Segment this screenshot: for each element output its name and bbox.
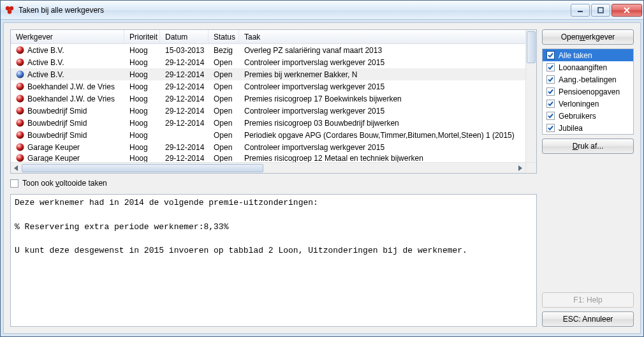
- vertical-scrollbar[interactable]: [525, 30, 536, 162]
- svg-point-2: [8, 10, 11, 13]
- app-window: Taken bij alle werkgevers Werkgever Prio…: [0, 0, 644, 337]
- cell-werkgever: Boekhandel J.W. de Vries: [27, 82, 115, 91]
- filter-checkbox[interactable]: [546, 51, 555, 59]
- cell-taak: Controleer importverslag werkgever 2015: [239, 107, 536, 116]
- table-row[interactable]: Bouwbedrijf SmidHoog29-12-2014OpenPremie…: [11, 117, 536, 129]
- client-area: Werkgever Prioriteit Datum Status Taak A…: [3, 22, 641, 334]
- open-u: w: [580, 33, 585, 41]
- filter-label: Pensioenopgaven: [559, 87, 620, 96]
- cell-datum: 29-12-2014: [160, 119, 209, 128]
- filter-item[interactable]: Aang.-betalingen: [543, 73, 633, 86]
- spacer: [542, 158, 634, 288]
- hscroll-track[interactable]: [22, 163, 515, 173]
- hscroll-right-arrow[interactable]: [515, 163, 525, 173]
- filter-item[interactable]: Alle taken: [543, 49, 633, 61]
- table-row[interactable]: Boekhandel J.W. de VriesHoog29-12-2014Op…: [11, 93, 536, 105]
- col-taak[interactable]: Taak: [239, 30, 536, 43]
- cell-status: Open: [209, 58, 239, 67]
- priority-orb-icon: [16, 119, 24, 127]
- cell-datum: 29-12-2014: [160, 58, 209, 67]
- filter-item[interactable]: Jubilea: [543, 122, 633, 134]
- right-column: Open werkgever Alle takenLoonaangiftenAa…: [542, 29, 634, 327]
- cell-prioriteit: Hoog: [124, 154, 160, 163]
- table-row[interactable]: Active B.V.Hoog29-12-2014OpenPremies bij…: [11, 68, 536, 80]
- print-u: D: [573, 142, 578, 151]
- help-button[interactable]: F1: Help: [542, 292, 634, 308]
- print-button[interactable]: Druk af...: [542, 139, 634, 154]
- col-prioriteit[interactable]: Prioriteit: [124, 30, 160, 43]
- cell-prioriteit: Hoog: [124, 58, 160, 67]
- cell-datum: 15-03-2013: [160, 46, 209, 55]
- window-buttons: [569, 4, 642, 17]
- table-row[interactable]: Garage KeuperHoog29-12-2014OpenControlee…: [11, 141, 536, 153]
- cell-status: Open: [209, 143, 239, 152]
- show-completed-checkbox[interactable]: [10, 179, 18, 188]
- vscroll-thumb[interactable]: [527, 31, 536, 63]
- cell-taak: Controleer importverslag werkgever 2015: [239, 143, 536, 152]
- table-header: Werkgever Prioriteit Datum Status Taak: [11, 30, 536, 44]
- svg-point-8: [17, 59, 24, 66]
- svg-point-1: [10, 6, 13, 10]
- close-button[interactable]: [611, 4, 642, 17]
- open-werkgever-button[interactable]: Open werkgever: [542, 29, 634, 45]
- priority-orb-icon: [16, 143, 24, 151]
- priority-orb-icon: [16, 46, 24, 54]
- table-row[interactable]: Garage KeuperHoog29-12-2014OpenPremies r…: [11, 153, 536, 163]
- cell-prioriteit: Hoog: [124, 46, 160, 55]
- horizontal-scrollbar[interactable]: [11, 162, 525, 173]
- svg-point-15: [17, 144, 24, 151]
- table-row[interactable]: Active B.V.Hoog15-03-2013BezigOverleg PZ…: [11, 44, 536, 56]
- cell-datum: 29-12-2014: [160, 94, 209, 103]
- col-werkgever[interactable]: Werkgever: [11, 30, 124, 43]
- cell-werkgever: Bouwbedrijf Smid: [27, 131, 87, 140]
- cell-taak: Premies bij werknemer Bakker, N: [239, 70, 536, 79]
- tasks-table[interactable]: Werkgever Prioriteit Datum Status Taak A…: [10, 29, 537, 174]
- table-row[interactable]: Boekhandel J.W. de VriesHoog29-12-2014Op…: [11, 80, 536, 93]
- filter-item[interactable]: Loonaangiften: [543, 61, 633, 73]
- cell-datum: 29-12-2014: [160, 70, 209, 79]
- filter-checkbox[interactable]: [546, 63, 555, 71]
- svg-point-12: [17, 107, 24, 115]
- svg-point-11: [17, 95, 24, 103]
- filter-checkbox[interactable]: [546, 124, 555, 132]
- cell-taak: Premies risicogroep 12 Metaal en technie…: [239, 154, 536, 163]
- table-row[interactable]: Active B.V.Hoog29-12-2014OpenControleer …: [11, 56, 536, 68]
- priority-orb-icon: [16, 58, 24, 66]
- cancel-button[interactable]: ESC: Annuleer: [542, 311, 634, 327]
- filter-item[interactable]: Verloningen: [543, 98, 633, 110]
- svg-point-7: [17, 47, 24, 54]
- hscroll-left-arrow[interactable]: [11, 163, 22, 173]
- filter-item[interactable]: Pensioenopgaven: [543, 86, 633, 98]
- filter-checkbox[interactable]: [546, 75, 555, 84]
- filter-checkbox[interactable]: [546, 112, 555, 120]
- cell-status: Open: [209, 119, 239, 128]
- maximize-button[interactable]: [591, 4, 610, 17]
- cell-taak: Controleer importverslag werkgever 2015: [239, 58, 536, 67]
- cell-werkgever: Active B.V.: [27, 58, 64, 67]
- cell-taak: Premies risicogroep 03 Bouwbedrijf bijwe…: [239, 119, 536, 128]
- detail-text[interactable]: Deze werknemer had in 2014 de volgende p…: [10, 194, 537, 327]
- open-pre: Open: [561, 33, 580, 41]
- cell-status: Open: [209, 131, 239, 140]
- filter-label: Alle taken: [559, 51, 592, 60]
- cell-werkgever: Active B.V.: [27, 70, 64, 79]
- minimize-button[interactable]: [571, 4, 590, 17]
- cell-werkgever: Garage Keuper: [27, 143, 80, 152]
- cell-werkgever: Bouwbedrijf Smid: [27, 119, 87, 128]
- col-datum[interactable]: Datum: [160, 30, 209, 43]
- table-row[interactable]: Bouwbedrijf SmidHoogOpenPeriodiek opgave…: [11, 129, 536, 141]
- svg-point-14: [17, 131, 24, 139]
- filter-item[interactable]: Gebruikers: [543, 110, 633, 122]
- show-completed-pre: Toon ook: [22, 179, 55, 188]
- cell-status: Open: [209, 94, 239, 103]
- filter-checkbox[interactable]: [546, 100, 555, 108]
- cell-status: Bezig: [209, 46, 239, 55]
- show-completed-label[interactable]: Toon ook voltooide taken: [22, 179, 107, 188]
- hscroll-thumb[interactable]: [22, 164, 263, 172]
- table-row[interactable]: Bouwbedrijf SmidHoog29-12-2014OpenContro…: [11, 105, 536, 117]
- table-body: Active B.V.Hoog15-03-2013BezigOverleg PZ…: [11, 44, 536, 173]
- svg-rect-4: [598, 8, 603, 13]
- filter-checkbox[interactable]: [546, 87, 555, 96]
- cell-taak: Periodiek opgave APG (Cordares Bouw,Timm…: [239, 131, 536, 140]
- col-status[interactable]: Status: [209, 30, 239, 43]
